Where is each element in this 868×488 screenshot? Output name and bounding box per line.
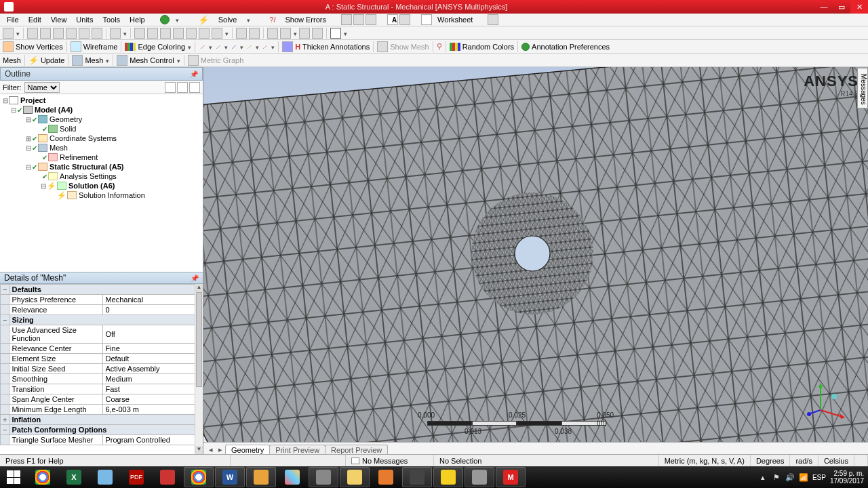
tree-solution-info[interactable]: ⚡Solution Information — [1, 190, 201, 200]
taskbar-chrome[interactable] — [28, 467, 58, 487]
element-select-icon[interactable] — [92, 28, 102, 39]
image-icon[interactable] — [280, 28, 291, 39]
graphics-viewport[interactable]: ANSYS R14.5 0,000 0,025 0,050 (m) 0,013 … — [203, 67, 868, 454]
orientation-triad[interactable] — [807, 380, 848, 420]
filter-icon-3[interactable] — [189, 82, 200, 93]
random-colors-button[interactable]: Random Colors — [462, 43, 514, 51]
select-mode-icon[interactable] — [3, 28, 14, 39]
annotation-prefs-button[interactable]: Annotation Preferences — [532, 43, 610, 51]
next-view-icon[interactable] — [249, 28, 260, 39]
tree-solid[interactable]: ✔Solid — [1, 124, 201, 134]
viewport-layout-icon[interactable] — [330, 28, 341, 39]
d4[interactable] — [255, 43, 259, 51]
menu-view[interactable]: View — [47, 15, 71, 24]
edge-blue-icon[interactable]: ⟋ — [230, 43, 237, 51]
grp-inflation-toggle[interactable]: + — [1, 415, 9, 425]
solve-dropdown[interactable] — [242, 15, 254, 24]
taskbar-paint[interactable] — [277, 467, 307, 487]
d5[interactable] — [271, 43, 275, 51]
taskbar-app-alt[interactable] — [465, 467, 494, 487]
taskbar-app-grey[interactable] — [309, 467, 338, 487]
edge-select-icon[interactable] — [40, 28, 51, 39]
tree-model[interactable]: ⊟✔Model (A4) — [1, 105, 201, 115]
tab-geometry[interactable]: Geometry — [225, 445, 270, 454]
details-pin-icon[interactable]: 📌 — [191, 274, 199, 282]
close-button[interactable]: ✕ — [850, 0, 868, 14]
tab-print-preview[interactable]: Print Preview — [269, 445, 326, 454]
tree-geometry[interactable]: ⊟✔Geometry — [1, 115, 201, 124]
tab-nav-right[interactable]: ▸ — [216, 445, 225, 454]
edge-magenta-icon[interactable]: ⟋ — [261, 43, 269, 51]
tab-report-preview[interactable]: Report Preview — [325, 445, 388, 454]
menu-tools[interactable]: Tools — [98, 15, 124, 24]
taskbar-mechanical[interactable]: M — [496, 467, 526, 487]
tree-solution[interactable]: ⊟⚡Solution (A6) — [1, 181, 201, 190]
grp-defaults-toggle[interactable]: − — [1, 285, 9, 295]
edge-green-icon[interactable]: ⟋ — [214, 43, 222, 51]
thicken-button[interactable]: Thicken Annotations — [302, 43, 370, 51]
toolbar-icon-3[interactable] — [366, 14, 376, 25]
zoom-icon[interactable] — [160, 28, 171, 39]
mesh-control-dropdown[interactable] — [176, 56, 180, 64]
menu-help[interactable]: Help — [125, 15, 149, 24]
status-messages[interactable]: No Messages — [346, 455, 434, 466]
taskbar-inventor[interactable] — [246, 467, 276, 487]
taskbar-acrobat[interactable]: PDF — [121, 467, 151, 487]
edge-coloring-button[interactable]: Edge Coloring — [138, 43, 185, 51]
taskbar-ansys-wb[interactable] — [433, 467, 463, 487]
details-scrollbar[interactable]: ▲ ▼ — [195, 284, 203, 454]
tree-mesh[interactable]: ⊟✔Mesh — [1, 143, 201, 152]
tab-nav-left[interactable]: ◂ — [206, 445, 216, 454]
messages-side-tab[interactable]: Messages — [857, 68, 868, 108]
image-dropdown[interactable] — [293, 29, 297, 37]
val-smoothing[interactable]: Medium — [103, 374, 203, 384]
edge-coloring-dropdown[interactable] — [187, 43, 191, 51]
a-icon[interactable]: A — [387, 14, 398, 25]
extend-select-icon[interactable] — [110, 28, 121, 39]
fit-icon[interactable] — [186, 28, 197, 39]
solve-button[interactable]: Solve — [214, 15, 241, 24]
edge-yellow-icon[interactable]: ⟋ — [245, 43, 253, 51]
select-mode-dropdown[interactable] — [16, 29, 20, 37]
lookat-icon[interactable] — [199, 28, 210, 39]
prev-view-icon[interactable] — [236, 28, 247, 39]
worksheet-button[interactable]: Worksheet — [433, 15, 477, 24]
tray-volume-icon[interactable]: 🔊 — [785, 472, 795, 482]
menu-units[interactable]: Units — [72, 15, 97, 24]
key-icon[interactable] — [488, 14, 498, 25]
update-button[interactable]: Update — [41, 56, 64, 64]
maximize-button[interactable]: ▭ — [833, 0, 850, 14]
minimize-button[interactable]: — — [815, 0, 833, 14]
taskbar-explorer[interactable] — [340, 467, 370, 487]
cut-icon[interactable] — [299, 28, 310, 39]
body-select-icon[interactable] — [66, 28, 77, 39]
val-trimesher[interactable]: Program Controlled — [103, 435, 203, 445]
filter-icon-1[interactable] — [165, 82, 176, 93]
rotate-icon[interactable] — [134, 28, 145, 39]
val-advsize[interactable]: Off — [103, 325, 203, 344]
menu-file[interactable]: File — [3, 15, 23, 24]
filter-field-select[interactable]: Name — [24, 82, 60, 93]
grp-patch-toggle[interactable]: − — [1, 425, 9, 435]
val-spanangle[interactable]: Coarse — [103, 394, 203, 405]
d2[interactable] — [224, 43, 228, 51]
pan-icon[interactable] — [147, 28, 158, 39]
iso-icon[interactable] — [267, 28, 278, 39]
status-dropdown[interactable] — [171, 15, 183, 24]
pin-icon[interactable]: 📌 — [190, 70, 198, 78]
outline-tree[interactable]: ⊟Project ⊟✔Model (A4) ⊟✔Geometry ✔Solid … — [0, 94, 203, 272]
print-icon[interactable] — [312, 28, 323, 39]
val-relevance[interactable]: 0 — [103, 305, 203, 315]
tree-project[interactable]: ⊟Project — [1, 96, 201, 105]
taskbar-chrome-2[interactable] — [184, 467, 214, 487]
tree-coord[interactable]: ⊞✔Coordinate Systems — [1, 134, 201, 143]
edge-red-icon[interactable]: ⟋ — [199, 43, 206, 51]
val-initseed[interactable]: Active Assembly — [103, 364, 203, 374]
toolbar-icon-1[interactable] — [341, 14, 352, 25]
val-minedge[interactable]: 6,e-003 m — [103, 405, 203, 415]
face-select-icon[interactable] — [53, 28, 64, 39]
val-transition[interactable]: Fast — [103, 384, 203, 394]
node-select-icon[interactable] — [79, 28, 90, 39]
viewport-layout-dropdown[interactable] — [343, 29, 347, 37]
view-dropdown[interactable] — [224, 29, 229, 37]
